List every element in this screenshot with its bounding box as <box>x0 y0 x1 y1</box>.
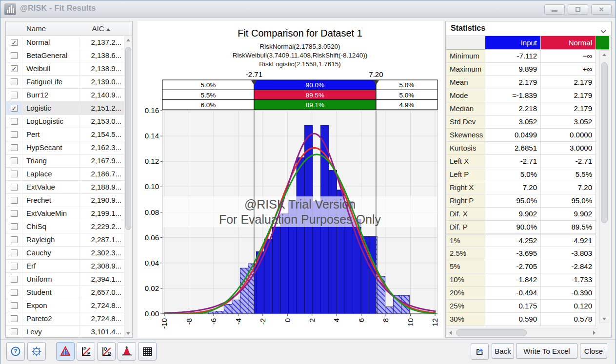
fit-checkbox[interactable] <box>11 144 18 151</box>
scroll-down-icon[interactable] <box>124 329 132 337</box>
scroll-down-icon[interactable] <box>600 315 609 323</box>
fit-checkbox[interactable] <box>11 184 18 191</box>
fit-list-row[interactable]: Uniform2,394.1... <box>6 273 124 286</box>
scroll-thumb[interactable] <box>456 329 527 336</box>
fit-checkbox[interactable]: ✓ <box>11 65 18 72</box>
fit-checkbox-cell <box>6 168 22 181</box>
fit-list-row[interactable]: Erf2,308.9... <box>6 260 124 273</box>
risk-fit-results-window: @RISK - Fit Results ✕ Name AIC ✓Normal2,… <box>0 0 616 364</box>
write-to-excel-button[interactable]: Write To Excel <box>516 343 577 359</box>
fit-list-row[interactable]: FatigueLife2,139.0... <box>6 76 124 89</box>
fit-aic-value: 2,137.2... <box>79 36 124 49</box>
fit-list-row[interactable]: Student2,657.0... <box>6 286 124 299</box>
fit-aic-value: 2,151.2... <box>79 102 124 115</box>
svg-text:6.0%: 6.0% <box>201 101 216 109</box>
statistics-header: Statistics <box>446 21 611 36</box>
distribution-graph-button[interactable] <box>118 342 136 361</box>
fit-list-row[interactable]: Levy3,101.4... <box>6 326 124 339</box>
svg-text:P: P <box>87 351 90 356</box>
fit-list-row[interactable]: LogLogistic2,153.0... <box>6 115 124 128</box>
scroll-up-icon[interactable] <box>124 36 132 44</box>
fit-list-row[interactable]: Laplace2,186.7... <box>6 168 124 181</box>
svg-text:5.5%: 5.5% <box>201 92 216 99</box>
fitting-options-button[interactable] <box>27 342 46 361</box>
export-button[interactable] <box>471 343 489 360</box>
svg-text:-4: -4 <box>234 318 242 325</box>
fit-list-row[interactable]: Expon2,724.8... <box>6 299 124 312</box>
qq-graph-button[interactable]: Q Q <box>97 342 116 361</box>
maximize-button[interactable] <box>568 4 588 15</box>
fit-list-row[interactable]: ✓Normal2,137.2... <box>6 36 124 49</box>
back-button[interactable]: Back <box>492 343 514 359</box>
fit-checkbox[interactable] <box>11 197 18 204</box>
fit-checkbox[interactable] <box>11 210 18 217</box>
svg-text:2: 2 <box>308 318 316 322</box>
fit-checkbox[interactable] <box>11 289 18 296</box>
scroll-thumb[interactable] <box>125 47 131 230</box>
fit-list-row[interactable]: ExtValueMin2,199.1... <box>6 207 124 220</box>
fit-checkbox[interactable] <box>11 157 18 164</box>
fit-checkbox[interactable] <box>11 223 18 230</box>
fit-aic-value: 2,162.3... <box>79 141 124 154</box>
scroll-thumb[interactable] <box>601 62 608 223</box>
fit-list-row[interactable]: ChiSq2,229.2... <box>6 220 124 233</box>
scroll-right-icon[interactable] <box>590 328 598 337</box>
fit-checkbox[interactable] <box>11 131 18 138</box>
fit-comparison-icon <box>60 345 71 357</box>
close-window-button[interactable]: ✕ <box>591 4 612 15</box>
fit-aic-value: 2,229.2... <box>79 220 124 233</box>
fit-checkbox-cell <box>6 89 22 102</box>
fit-checkbox[interactable] <box>11 52 18 59</box>
fit-list-row[interactable]: Pert2,154.5... <box>6 128 124 141</box>
fit-checkbox[interactable] <box>11 302 18 309</box>
close-button[interactable]: Close <box>580 343 607 359</box>
fit-checkbox-cell <box>6 299 22 312</box>
fit-checkbox-cell <box>6 233 22 247</box>
fit-checkbox[interactable] <box>11 78 18 85</box>
svg-text:89.1%: 89.1% <box>306 101 324 109</box>
statistics-horizontal-scrollbar[interactable] <box>446 328 598 337</box>
minimize-button[interactable] <box>544 4 565 15</box>
fit-list-row[interactable]: ✓Logistic2,151.2... <box>6 102 124 115</box>
fit-list-row[interactable]: Rayleigh2,287.1... <box>6 233 124 247</box>
scroll-left-icon[interactable] <box>446 328 454 337</box>
fit-checkbox[interactable] <box>11 249 18 256</box>
fit-checkbox[interactable] <box>11 171 18 177</box>
fit-list-row[interactable]: BetaGeneral2,138.6... <box>6 49 124 62</box>
fit-list-row[interactable]: ✓Weibull2,138.9... <box>6 62 124 76</box>
fit-checkbox[interactable]: ✓ <box>11 39 18 46</box>
stat-input-value: 9.899 <box>485 63 541 76</box>
fit-checkbox[interactable] <box>11 263 18 269</box>
chevron-down-icon[interactable] <box>600 27 606 36</box>
fit-checkbox[interactable] <box>11 118 18 125</box>
fit-checkbox[interactable] <box>11 328 18 335</box>
fit-checkbox[interactable] <box>11 92 18 98</box>
svg-text:5.0%: 5.0% <box>201 81 216 89</box>
fit-list-row[interactable]: HypSecant2,162.3... <box>6 141 124 154</box>
fit-checkbox[interactable]: ✓ <box>11 105 18 112</box>
fit-list-row[interactable]: Frechet2,190.9... <box>6 194 124 207</box>
distribution-curve-icon <box>121 345 133 357</box>
fit-checkbox[interactable] <box>11 276 18 283</box>
fit-aic-value: 2,394.1... <box>79 273 124 286</box>
fit-list-row[interactable]: ExtValue2,188.9... <box>6 181 124 194</box>
fit-checkbox[interactable] <box>11 236 18 243</box>
fit-checkbox[interactable] <box>11 315 18 322</box>
scroll-up-icon[interactable] <box>600 51 609 58</box>
help-button[interactable]: ? <box>6 342 25 361</box>
column-header-aic[interactable]: AIC <box>79 24 122 33</box>
fit-aic-value: 2,724.8... <box>79 312 124 326</box>
fit-name: Pert <box>22 128 79 141</box>
fit-comparison-graph-button[interactable] <box>56 342 75 361</box>
fit-list-row[interactable]: Triang2,167.9... <box>6 154 124 168</box>
fit-list-row[interactable]: Cauchy2,302.3... <box>6 247 124 260</box>
fit-list-scrollbar[interactable] <box>124 36 132 337</box>
fit-list-row[interactable]: Burr122,140.9... <box>6 89 124 102</box>
stats-corner-cell <box>446 36 485 50</box>
fit-statistics-grid-button[interactable] <box>138 342 157 361</box>
column-header-name[interactable]: Name <box>26 24 46 33</box>
pp-graph-button[interactable]: P P <box>77 342 95 361</box>
stat-normal-value: -4.921 <box>541 234 596 247</box>
statistics-vertical-scrollbar[interactable] <box>599 50 609 323</box>
fit-list-row[interactable]: Pareto22,724.8... <box>6 312 124 326</box>
